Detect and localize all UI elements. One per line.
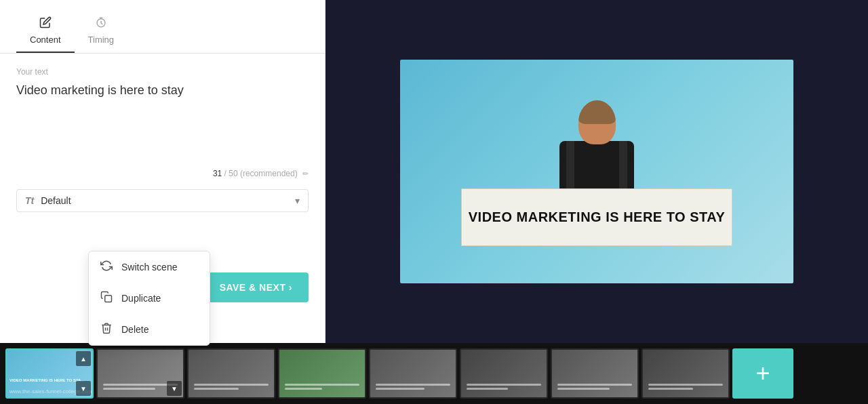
char-current: 31 [213,169,222,178]
film-thumb-3[interactable] [187,348,275,399]
tab-bar: Content Timing [0,0,325,54]
tab-timing-label: Timing [88,35,115,45]
thumb-1-nav-down[interactable]: ▼ [76,381,91,396]
film-thumb-2[interactable]: ▼ [96,348,184,399]
add-scene-icon: + [755,359,770,388]
line2 [194,388,239,390]
switch-scene-item[interactable]: Switch scene [89,251,210,283]
preview-panel: VIDEO MARKETING IS HERE TO STAY [326,0,868,343]
line1 [285,384,359,386]
chevron-down-icon: ▾ [295,195,300,206]
thumb-4-lines [285,384,359,392]
dropdown-arrow [144,345,155,346]
thumb-3-lines [194,384,269,392]
delete-label: Delete [121,324,149,335]
film-thumb-6[interactable] [460,348,548,399]
font-name: Default [41,195,295,206]
thumb-1-nav-up[interactable]: ▲ [76,351,91,366]
line2 [376,388,425,390]
line1 [648,384,723,386]
text-area-wrapper: Video marketing is here to stay 31 / 50 … [16,82,309,178]
font-selector[interactable]: Tt Default ▾ [16,189,309,212]
duplicate-label: Duplicate [121,293,161,304]
thumb-2-nav-down[interactable]: ▼ [167,381,182,396]
context-dropdown: Switch scene Duplicate [88,251,210,346]
sign-text: VIDEO MARKETING IS HERE TO STAY [469,209,726,225]
sign-board: VIDEO MARKETING IS HERE TO STAY [461,188,732,246]
add-scene-button[interactable]: + [732,348,793,399]
tab-content-label: Content [30,35,61,45]
film-thumb-4[interactable] [278,348,366,399]
thumb-7-content [552,350,637,397]
field-label: Your text [16,67,309,77]
line1 [467,384,541,386]
edit-icon: ✏ [302,169,309,178]
char-suffix: (recommended) [240,169,298,178]
film-thumb-5[interactable] [369,348,457,399]
duplicate-item[interactable]: Duplicate [89,283,210,314]
thumb-8-lines [648,384,723,392]
char-count: 31 / 50 (recommended) ✏ [16,169,309,178]
tab-timing[interactable]: Timing [75,11,128,53]
thumb-4-content [279,350,365,397]
thumb-6-lines [467,384,541,392]
font-icon: Tt [25,195,34,206]
svg-rect-1 [105,296,112,302]
timing-icon [95,16,107,32]
switch-scene-icon [100,260,113,275]
duplicate-icon [100,291,113,306]
line2 [648,388,693,390]
save-next-button[interactable]: SAVE & NEXT › [203,272,309,302]
film-thumb-8[interactable] [642,348,730,399]
line2 [285,388,322,390]
filmstrip: www.the-sales-funnel-college.com VIDEO M… [0,343,868,404]
line1 [194,384,269,386]
line2 [557,388,610,390]
line2 [103,388,155,390]
thumb-5-content [370,350,456,397]
tab-content[interactable]: Content [16,11,75,53]
delete-icon [100,322,113,337]
film-thumb-7[interactable] [551,348,639,399]
delete-item[interactable]: Delete [89,314,210,345]
thumb-8-content [643,350,728,397]
left-panel: Content Timing Your text Video [0,0,326,343]
char-max: 50 [229,169,237,178]
thumb-5-lines [376,384,450,392]
line1 [376,384,450,386]
switch-scene-label: Switch scene [121,262,177,272]
thumb-3-content [189,350,274,397]
line2 [467,388,508,390]
content-icon [39,16,52,32]
line1 [557,384,632,386]
video-background: VIDEO MARKETING IS HERE TO STAY [400,60,793,283]
text-content[interactable]: Video marketing is here to stay [16,82,309,163]
thumb-7-lines [557,384,632,392]
thumb-6-content [461,350,547,397]
film-thumb-1[interactable]: www.the-sales-funnel-college.com VIDEO M… [5,348,94,399]
video-preview: VIDEO MARKETING IS HERE TO STAY [400,60,793,283]
